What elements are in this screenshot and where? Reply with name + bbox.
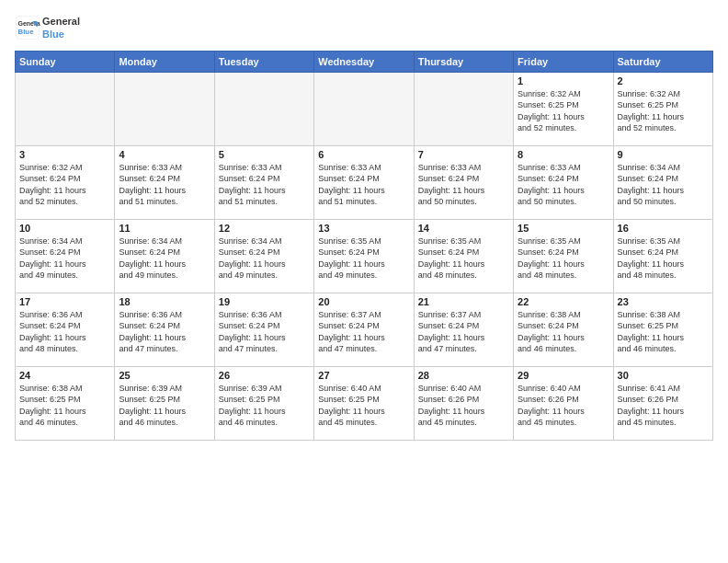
day-number: 28	[418, 370, 509, 381]
header-sunday: Sunday	[16, 51, 115, 72]
calendar-cell: 13Sunrise: 6:35 AM Sunset: 6:24 PM Dayli…	[314, 219, 414, 293]
calendar-cell: 7Sunrise: 6:33 AM Sunset: 6:24 PM Daylig…	[414, 145, 513, 219]
header-friday: Friday	[514, 51, 613, 72]
day-number: 15	[518, 223, 609, 234]
calendar-cell: 8Sunrise: 6:33 AM Sunset: 6:24 PM Daylig…	[514, 145, 613, 219]
day-info: Sunrise: 6:34 AM Sunset: 6:24 PM Dayligh…	[618, 162, 709, 208]
calendar-cell: 19Sunrise: 6:36 AM Sunset: 6:24 PM Dayli…	[214, 293, 313, 366]
logo: General Blue General Blue	[15, 15, 80, 41]
calendar-cell: 20Sunrise: 6:37 AM Sunset: 6:24 PM Dayli…	[314, 293, 414, 366]
day-info: Sunrise: 6:33 AM Sunset: 6:24 PM Dayligh…	[518, 162, 609, 208]
calendar-cell: 3Sunrise: 6:32 AM Sunset: 6:24 PM Daylig…	[16, 145, 115, 219]
calendar-cell	[414, 72, 513, 145]
logo-text: General Blue	[42, 15, 80, 41]
day-number: 4	[119, 149, 210, 160]
day-info: Sunrise: 6:36 AM Sunset: 6:24 PM Dayligh…	[119, 309, 210, 355]
day-number: 29	[518, 370, 609, 381]
day-number: 24	[19, 370, 110, 381]
calendar-cell: 11Sunrise: 6:34 AM Sunset: 6:24 PM Dayli…	[115, 219, 214, 293]
day-number: 5	[219, 149, 310, 160]
day-info: Sunrise: 6:33 AM Sunset: 6:24 PM Dayligh…	[418, 162, 509, 208]
header: General Blue General Blue	[15, 15, 713, 41]
header-monday: Monday	[115, 51, 214, 72]
day-info: Sunrise: 6:40 AM Sunset: 6:26 PM Dayligh…	[518, 383, 609, 429]
calendar-cell: 1Sunrise: 6:32 AM Sunset: 6:25 PM Daylig…	[514, 72, 613, 145]
day-info: Sunrise: 6:39 AM Sunset: 6:25 PM Dayligh…	[219, 383, 310, 429]
day-info: Sunrise: 6:35 AM Sunset: 6:24 PM Dayligh…	[518, 236, 609, 282]
calendar-cell: 4Sunrise: 6:33 AM Sunset: 6:24 PM Daylig…	[115, 145, 214, 219]
calendar-table: Sunday Monday Tuesday Wednesday Thursday…	[15, 51, 713, 441]
day-number: 19	[219, 296, 310, 307]
day-info: Sunrise: 6:37 AM Sunset: 6:24 PM Dayligh…	[418, 309, 509, 355]
day-number: 10	[19, 223, 110, 234]
day-number: 2	[618, 75, 709, 86]
calendar-cell: 21Sunrise: 6:37 AM Sunset: 6:24 PM Dayli…	[414, 293, 513, 366]
day-number: 9	[618, 149, 709, 160]
calendar-cell: 24Sunrise: 6:38 AM Sunset: 6:25 PM Dayli…	[16, 366, 115, 440]
calendar-cell: 22Sunrise: 6:38 AM Sunset: 6:24 PM Dayli…	[514, 293, 613, 366]
calendar-cell: 17Sunrise: 6:36 AM Sunset: 6:24 PM Dayli…	[16, 293, 115, 366]
day-info: Sunrise: 6:38 AM Sunset: 6:25 PM Dayligh…	[19, 383, 110, 429]
day-number: 7	[418, 149, 509, 160]
day-info: Sunrise: 6:35 AM Sunset: 6:24 PM Dayligh…	[618, 236, 709, 282]
calendar-cell: 12Sunrise: 6:34 AM Sunset: 6:24 PM Dayli…	[214, 219, 313, 293]
day-number: 6	[318, 149, 409, 160]
calendar-cell	[16, 72, 115, 145]
day-number: 21	[418, 296, 509, 307]
day-info: Sunrise: 6:40 AM Sunset: 6:26 PM Dayligh…	[418, 383, 509, 429]
day-info: Sunrise: 6:34 AM Sunset: 6:24 PM Dayligh…	[119, 236, 210, 282]
calendar-cell: 28Sunrise: 6:40 AM Sunset: 6:26 PM Dayli…	[414, 366, 513, 440]
calendar-cell: 27Sunrise: 6:40 AM Sunset: 6:25 PM Dayli…	[314, 366, 414, 440]
weekday-header-row: Sunday Monday Tuesday Wednesday Thursday…	[16, 51, 713, 72]
calendar-week-5: 24Sunrise: 6:38 AM Sunset: 6:25 PM Dayli…	[16, 366, 713, 440]
day-info: Sunrise: 6:35 AM Sunset: 6:24 PM Dayligh…	[318, 236, 409, 282]
day-info: Sunrise: 6:33 AM Sunset: 6:24 PM Dayligh…	[219, 162, 310, 208]
calendar-cell: 25Sunrise: 6:39 AM Sunset: 6:25 PM Dayli…	[115, 366, 214, 440]
day-info: Sunrise: 6:39 AM Sunset: 6:25 PM Dayligh…	[119, 383, 210, 429]
calendar-cell: 18Sunrise: 6:36 AM Sunset: 6:24 PM Dayli…	[115, 293, 214, 366]
day-info: Sunrise: 6:40 AM Sunset: 6:25 PM Dayligh…	[318, 383, 409, 429]
day-number: 30	[618, 370, 709, 381]
day-number: 14	[418, 223, 509, 234]
calendar-week-1: 1Sunrise: 6:32 AM Sunset: 6:25 PM Daylig…	[16, 72, 713, 145]
calendar-cell: 9Sunrise: 6:34 AM Sunset: 6:24 PM Daylig…	[613, 145, 712, 219]
day-info: Sunrise: 6:33 AM Sunset: 6:24 PM Dayligh…	[119, 162, 210, 208]
calendar-cell	[115, 72, 214, 145]
day-number: 27	[318, 370, 409, 381]
day-number: 8	[518, 149, 609, 160]
day-info: Sunrise: 6:32 AM Sunset: 6:25 PM Dayligh…	[618, 88, 709, 134]
day-info: Sunrise: 6:33 AM Sunset: 6:24 PM Dayligh…	[318, 162, 409, 208]
page-container: General Blue General Blue Sunday Monday …	[0, 0, 728, 448]
calendar-cell	[214, 72, 313, 145]
calendar-cell: 2Sunrise: 6:32 AM Sunset: 6:25 PM Daylig…	[613, 72, 712, 145]
day-number: 23	[618, 296, 709, 307]
day-info: Sunrise: 6:38 AM Sunset: 6:24 PM Dayligh…	[518, 309, 609, 355]
day-number: 11	[119, 223, 210, 234]
day-number: 13	[318, 223, 409, 234]
calendar-cell: 6Sunrise: 6:33 AM Sunset: 6:24 PM Daylig…	[314, 145, 414, 219]
calendar-week-2: 3Sunrise: 6:32 AM Sunset: 6:24 PM Daylig…	[16, 145, 713, 219]
day-number: 16	[618, 223, 709, 234]
calendar-week-4: 17Sunrise: 6:36 AM Sunset: 6:24 PM Dayli…	[16, 293, 713, 366]
day-number: 22	[518, 296, 609, 307]
day-info: Sunrise: 6:34 AM Sunset: 6:24 PM Dayligh…	[19, 236, 110, 282]
header-wednesday: Wednesday	[314, 51, 414, 72]
day-info: Sunrise: 6:36 AM Sunset: 6:24 PM Dayligh…	[19, 309, 110, 355]
calendar-cell: 26Sunrise: 6:39 AM Sunset: 6:25 PM Dayli…	[214, 366, 313, 440]
calendar-cell: 15Sunrise: 6:35 AM Sunset: 6:24 PM Dayli…	[514, 219, 613, 293]
calendar-cell: 14Sunrise: 6:35 AM Sunset: 6:24 PM Dayli…	[414, 219, 513, 293]
day-info: Sunrise: 6:35 AM Sunset: 6:24 PM Dayligh…	[418, 236, 509, 282]
calendar-cell: 10Sunrise: 6:34 AM Sunset: 6:24 PM Dayli…	[16, 219, 115, 293]
calendar-cell: 16Sunrise: 6:35 AM Sunset: 6:24 PM Dayli…	[613, 219, 712, 293]
day-number: 18	[119, 296, 210, 307]
day-info: Sunrise: 6:38 AM Sunset: 6:25 PM Dayligh…	[618, 309, 709, 355]
header-tuesday: Tuesday	[214, 51, 313, 72]
day-number: 26	[219, 370, 310, 381]
day-info: Sunrise: 6:32 AM Sunset: 6:24 PM Dayligh…	[19, 162, 110, 208]
header-saturday: Saturday	[613, 51, 712, 72]
day-info: Sunrise: 6:41 AM Sunset: 6:26 PM Dayligh…	[618, 383, 709, 429]
calendar-cell: 30Sunrise: 6:41 AM Sunset: 6:26 PM Dayli…	[613, 366, 712, 440]
day-info: Sunrise: 6:37 AM Sunset: 6:24 PM Dayligh…	[318, 309, 409, 355]
day-number: 17	[19, 296, 110, 307]
day-number: 12	[219, 223, 310, 234]
